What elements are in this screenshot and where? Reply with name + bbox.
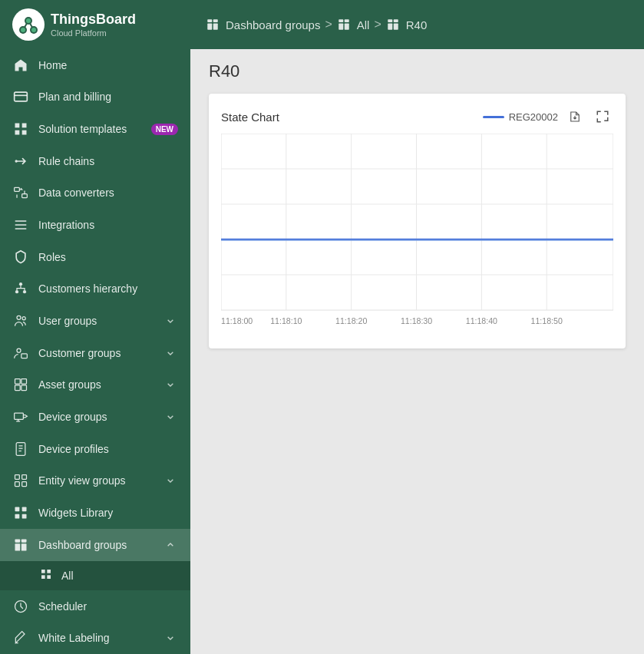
- svg-rect-12: [15, 130, 20, 135]
- svg-rect-75: [221, 239, 613, 241]
- svg-rect-11: [22, 124, 27, 128]
- sidebar-item-home[interactable]: Home: [0, 49, 190, 81]
- sidebar-item-label: Scheduler: [38, 600, 178, 613]
- svg-rect-39: [15, 507, 20, 512]
- grid-small-icon: [40, 568, 52, 583]
- breadcrumb-all[interactable]: All: [337, 18, 370, 31]
- chart-header: State Chart REG20002: [221, 106, 613, 127]
- sidebar-item-widgets-library[interactable]: Widgets Library: [0, 497, 190, 529]
- svg-text:11:18:30: 11:18:30: [401, 316, 432, 325]
- data-converter-icon: [12, 184, 29, 201]
- breadcrumb-all-icon: [337, 18, 351, 31]
- sidebar-item-label: Device groups: [38, 411, 154, 423]
- sidebar-item-plan-billing[interactable]: Plan and billing: [0, 81, 190, 114]
- svg-rect-27: [21, 385, 27, 391]
- topbar: Dashboard groups > All > R40: [190, 0, 644, 49]
- svg-rect-24: [15, 379, 21, 385]
- sidebar-item-customers-hierarchy[interactable]: Customers hierarchy: [0, 273, 190, 306]
- sidebar-item-customer-groups[interactable]: Customer groups: [0, 337, 190, 369]
- sidebar-item-label: Entity view groups: [38, 474, 154, 487]
- breadcrumb-all-label: All: [357, 18, 370, 31]
- chevron-down-icon: [163, 313, 178, 329]
- svg-rect-44: [21, 539, 27, 542]
- sidebar-item-integrations[interactable]: Integrations: [0, 209, 190, 241]
- svg-point-17: [19, 283, 22, 286]
- svg-rect-40: [22, 507, 27, 512]
- sidebar-item-label: Customer groups: [38, 347, 154, 359]
- svg-rect-58: [339, 24, 343, 30]
- breadcrumb-r40-icon: [386, 18, 400, 31]
- svg-rect-47: [41, 570, 45, 573]
- sidebar-item-entity-view-groups[interactable]: Entity view groups: [0, 465, 190, 497]
- svg-point-22: [17, 348, 21, 352]
- svg-rect-13: [22, 130, 27, 135]
- shield-icon: [12, 249, 29, 266]
- sidebar-item-dashboard-groups[interactable]: Dashboard groups: [0, 529, 190, 561]
- breadcrumb-separator-2: >: [374, 18, 381, 31]
- svg-text:11:18:50: 11:18:50: [531, 316, 563, 325]
- logo-text: ThingsBoard Cloud Platform: [51, 12, 136, 38]
- svg-rect-25: [21, 379, 27, 385]
- scheduler-icon: [12, 598, 29, 615]
- credit-card-icon: [12, 88, 29, 105]
- sidebar-item-scheduler[interactable]: Scheduler: [0, 590, 190, 623]
- svg-rect-49: [41, 575, 45, 579]
- sidebar-item-device-profiles[interactable]: Device profiles: [0, 433, 190, 465]
- sidebar-item-label: Solution templates: [38, 123, 142, 135]
- legend-line: [483, 116, 504, 118]
- sidebar-item-label: Roles: [38, 251, 178, 263]
- svg-rect-50: [47, 575, 51, 579]
- fullscreen-button[interactable]: [592, 106, 613, 127]
- svg-rect-45: [15, 543, 21, 550]
- chevron-down-icon: [163, 345, 178, 361]
- sidebar-item-label: Asset groups: [38, 378, 154, 391]
- svg-rect-41: [15, 514, 20, 519]
- svg-point-6: [21, 28, 25, 32]
- svg-rect-52: [207, 19, 212, 22]
- svg-rect-61: [394, 19, 398, 22]
- sidebar-item-rule-chains[interactable]: Rule chains: [0, 145, 190, 177]
- svg-rect-23: [21, 354, 28, 358]
- sidebar-item-label: Dashboard groups: [38, 539, 154, 551]
- sidebar-item-label: Widgets Library: [38, 507, 178, 519]
- sidebar-item-roles[interactable]: Roles: [0, 241, 190, 273]
- brand-subtitle: Cloud Platform: [51, 28, 136, 38]
- legend-label: REG20002: [509, 111, 558, 123]
- svg-rect-63: [394, 24, 398, 30]
- sidebar-item-label: Device profiles: [38, 443, 178, 455]
- chevron-down-icon: [163, 630, 178, 646]
- download-button[interactable]: [564, 106, 586, 127]
- sidebar-item-data-converters[interactable]: Data converters: [0, 177, 190, 210]
- breadcrumb-r40[interactable]: R40: [386, 18, 428, 31]
- svg-rect-37: [15, 482, 20, 487]
- sidebar-item-label: Plan and billing: [38, 91, 178, 103]
- sidebar: ThingsBoard Cloud Platform Home Plan and…: [0, 0, 190, 654]
- svg-rect-55: [213, 24, 218, 30]
- svg-point-5: [26, 18, 31, 23]
- device-groups-icon: [12, 408, 29, 425]
- breadcrumb-r40-label: R40: [406, 18, 428, 31]
- page-title: R40: [209, 61, 626, 81]
- svg-text:11:18:10: 11:18:10: [270, 316, 302, 325]
- breadcrumb-dashboard-groups[interactable]: Dashboard groups: [206, 18, 320, 31]
- sidebar-item-user-groups[interactable]: User groups: [0, 305, 190, 337]
- sidebar-item-solution-templates[interactable]: Solution templates NEW: [0, 113, 190, 145]
- sidebar-sub-item-all[interactable]: All: [0, 561, 190, 590]
- new-badge: NEW: [151, 124, 178, 135]
- brand-title: ThingsBoard: [51, 12, 136, 28]
- logo-icon: [12, 8, 45, 41]
- rule-chains-icon: [12, 153, 29, 170]
- page-content: R40 State Chart REG20002: [190, 49, 644, 654]
- svg-rect-64: [221, 134, 613, 310]
- entity-view-groups-icon: [12, 472, 29, 489]
- asset-groups-icon: [12, 376, 29, 393]
- white-labeling-icon: [12, 629, 29, 646]
- chart-card: State Chart REG20002: [209, 94, 626, 348]
- state-chart-svg: 11:18:00 11:18:10 11:18:20 11:18:30 11:1…: [221, 134, 613, 333]
- svg-rect-38: [22, 482, 27, 487]
- svg-rect-36: [22, 475, 27, 480]
- sidebar-item-white-labeling[interactable]: White Labeling: [0, 622, 190, 654]
- sidebar-item-device-groups[interactable]: Device groups: [0, 401, 190, 433]
- sidebar-item-label: Customers hierarchy: [38, 282, 178, 295]
- sidebar-item-asset-groups[interactable]: Asset groups: [0, 369, 190, 401]
